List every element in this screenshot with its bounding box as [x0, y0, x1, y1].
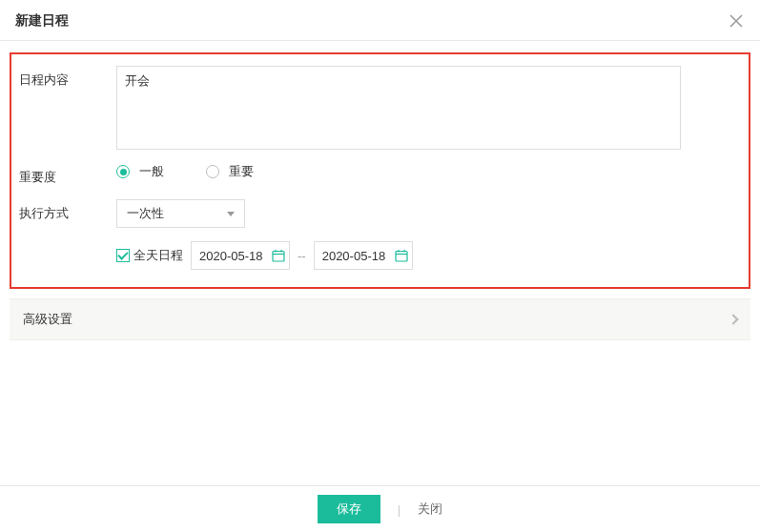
dialog-body: 日程内容 重要度 一般 重要 执行 [0, 41, 760, 356]
execution-mode-select[interactable]: 一次性 [116, 199, 245, 228]
svg-rect-0 [273, 252, 284, 262]
all-day-label: 全天日程 [134, 247, 183, 264]
footer-separator: | [398, 502, 401, 517]
chevron-right-icon [728, 314, 738, 324]
dialog-header: 新建日程 [0, 0, 760, 41]
main-form-section: 日程内容 重要度 一般 重要 执行 [10, 52, 750, 289]
dialog-title: 新建日程 [15, 12, 69, 30]
label-spacer [19, 241, 116, 247]
date-separator: -- [298, 249, 306, 263]
svg-rect-4 [396, 252, 407, 262]
close-icon[interactable] [728, 11, 745, 31]
all-day-checkbox[interactable]: 全天日程 [116, 247, 183, 264]
row-date: 全天日程 -- [19, 241, 741, 270]
date-end-input[interactable] [314, 241, 413, 270]
select-value: 一次性 [127, 205, 164, 222]
importance-radio-group: 一般 重要 [116, 163, 254, 180]
label-execution: 执行方式 [19, 199, 116, 222]
calendar-icon [272, 249, 285, 262]
row-importance: 重要度 一般 重要 [19, 163, 741, 186]
save-button[interactable]: 保存 [318, 495, 380, 523]
date-end-field[interactable] [322, 249, 389, 263]
chevron-down-icon [227, 212, 235, 216]
date-start-input[interactable] [191, 241, 290, 270]
schedule-content-textarea[interactable] [116, 66, 681, 150]
radio-label-important: 重要 [229, 163, 254, 180]
dialog-footer: 保存 | 关闭 [0, 485, 760, 532]
row-execution: 执行方式 一次性 [19, 199, 741, 228]
row-content: 日程内容 [19, 66, 741, 150]
radio-icon [116, 165, 130, 178]
checkbox-icon [116, 249, 130, 262]
radio-label-normal: 一般 [139, 163, 164, 180]
radio-icon [206, 165, 219, 178]
advanced-label: 高级设置 [23, 311, 72, 328]
calendar-icon [395, 249, 408, 262]
radio-importance-normal[interactable]: 一般 [116, 163, 164, 180]
date-start-field[interactable] [199, 249, 266, 263]
label-content: 日程内容 [19, 66, 116, 89]
advanced-settings-row[interactable]: 高级设置 [10, 298, 750, 340]
radio-importance-important[interactable]: 重要 [206, 163, 254, 180]
label-importance: 重要度 [19, 163, 116, 186]
close-button[interactable]: 关闭 [418, 501, 442, 518]
